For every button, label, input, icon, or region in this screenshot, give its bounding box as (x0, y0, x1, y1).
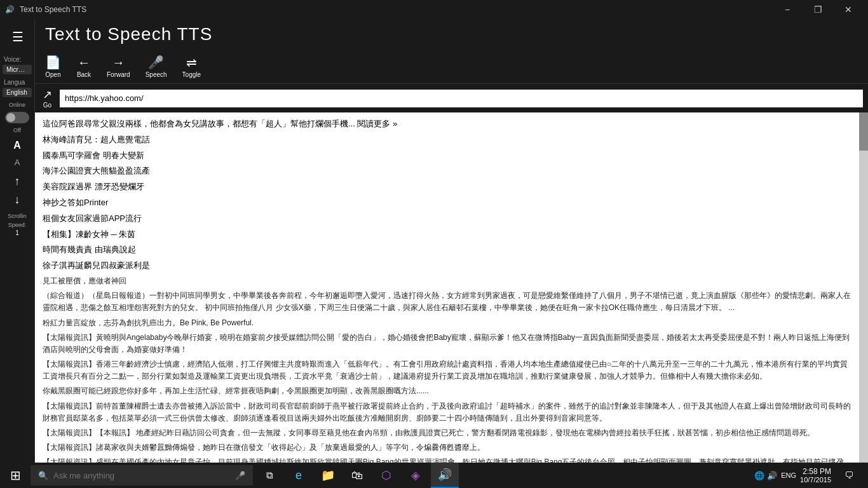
list-item: 你戴黑眼圈可能已經跟您你好多年，再加上生活忙碌、經常捱夜唔夠劇，令黑眼圈更加明顯… (43, 385, 851, 397)
list-item: 粉紅力量言綻放，志芬為創抗乳癌出力。Be Pink, Be Powerful. (43, 317, 851, 329)
list-item: 【太陽報資訊】前特首董陳權爵士遺去亦曾被捲入訴訟當中，財政司司長官邸前廚師于燕平… (43, 400, 851, 424)
open-icon: 📄 (45, 55, 61, 70)
forward-button[interactable]: → Forward (102, 53, 135, 81)
toggle-icon: ⇌ (186, 55, 197, 70)
hamburger-menu[interactable]: ☰ (0, 22, 35, 52)
go-button[interactable]: ↗ Go (40, 86, 55, 110)
list-item: 神抄之答如Printer (43, 196, 851, 210)
list-item: 【太陽報資訊】諸葛家收與夫婿鬱囂黝傳煽發，她昨日在微信發文「收得起心」及「放棄過… (43, 442, 851, 454)
maximize-button[interactable]: ❐ (803, 0, 832, 19)
list-item: 見工被壓價，應做者神回 (43, 275, 851, 287)
voice-value[interactable]: Microso (3, 65, 32, 74)
taskbar: ⊞ 🔍 🎤 ⧉ e 📁 🛍 ⬡ ◈ 🔊 🌐 🔊 ENG 2:58 PM 10/7… (0, 463, 868, 488)
list-item: （綜合報道）（星島日報報道）一對初中同班同學男女，中學畢業後各奔前程，今年初邂逅… (43, 290, 851, 314)
store-button[interactable]: 🛍 (343, 463, 371, 488)
back-button[interactable]: ← Back (71, 53, 97, 81)
taskbar-items: ⧉ e 📁 🛍 ⬡ ◈ 🔊 (253, 463, 461, 488)
app-icon: 🔊 (5, 5, 15, 14)
toggle-button[interactable]: ⇌ Toggle (177, 52, 206, 81)
list-item: 時間有幾責責 由瑞典說起 (43, 243, 851, 257)
speech-button[interactable]: 🎤 Speech (140, 52, 172, 81)
network-icon: 🌐 (754, 471, 764, 480)
speed-value: 1 (0, 229, 34, 236)
edge-button[interactable]: e (285, 463, 313, 488)
online-toggle[interactable] (0, 109, 34, 126)
list-item: 林海峰請育兒：超人應覺電話 (43, 133, 851, 147)
scrollbar-thumb[interactable] (859, 112, 868, 151)
microphone-icon: 🎤 (235, 471, 245, 480)
search-icon: 🔍 (38, 471, 48, 480)
sidebar: ☰ Voice: Microso Langua English Online O… (0, 19, 35, 463)
browser-content[interactable]: 這位阿爸跟尋常父親沒兩樣，他都會為女兒講故事，都想有「超人」幫他打爛個手機...… (35, 112, 859, 463)
address-input[interactable] (60, 90, 863, 107)
list-item: 國泰馬可孛羅會 明春大變新 (43, 149, 851, 163)
list-item: 美容院踩過界 漂牙恐變爛牙 (43, 180, 851, 194)
title-bar-text: Text to Speech TTS (20, 5, 86, 14)
list-item: 【太陽報資訊】香港三年齡經濟沙士慎慮，經濟陷人低潮，打工仔興懼主共度時艱而進入「… (43, 358, 851, 383)
search-input[interactable] (53, 471, 230, 480)
scroll-down-btn[interactable]: ↓ (0, 191, 34, 209)
taskbar-search[interactable]: 🔍 🎤 (31, 465, 253, 485)
language-label: Langua (0, 75, 34, 87)
app-title: Text to Speech TTS (45, 24, 858, 44)
list-item: 徐子淇再誕麟兒四叔豪派利是 (43, 259, 851, 273)
off-label: Off (0, 126, 34, 135)
minimize-button[interactable]: − (773, 0, 802, 19)
scrollbar-track[interactable] (859, 112, 868, 463)
language-value[interactable]: English (3, 88, 32, 97)
start-button[interactable]: ⊞ (0, 463, 31, 488)
font-increase-btn[interactable]: A (0, 137, 34, 154)
browser-wrapper: 這位阿爸跟尋常父親沒兩樣，他都會為女兒講故事，都想有「超人」幫他打爛個手機...… (35, 112, 868, 463)
list-item: 這位阿爸跟尋常父親沒兩樣，他都會為女兒講故事，都想有「超人」幫他打爛個手機...… (43, 118, 851, 131)
taskbar-clock: 2:58 PM 10/7/2015 (800, 467, 831, 484)
toolbar: 📄 Open ← Back → Forward 🎤 Speech ⇌ Toggl… (35, 50, 868, 84)
system-icons: 🌐 🔊 (754, 471, 777, 480)
volume-icon: 🔊 (767, 471, 777, 480)
voice-label: Voice: (0, 52, 34, 64)
vs2-button[interactable]: ◈ (402, 463, 430, 488)
back-icon: ← (78, 55, 90, 70)
list-item: 【太陽報資訊】【本報訊】 地產經紀昨日藉訪回公司貪倉，但一去無蹤，女同事尋至藉見… (43, 427, 851, 439)
list-item: 【相集】凍齡女神 ─ 朱茵 (43, 228, 851, 241)
taskbar-right: 🌐 🔊 ENG 2:58 PM 10/7/2015 🗨 (749, 463, 868, 488)
list-item: 海洋公園證實大熊貓盈盈流產 (43, 165, 851, 178)
tts-button[interactable]: 🔊 (431, 463, 459, 488)
notifications-button[interactable]: 🗨 (835, 463, 863, 488)
title-bar: 🔊 Text to Speech TTS − ❐ ✕ (0, 0, 868, 19)
clock-date: 10/7/2015 (800, 476, 831, 484)
clock-time: 2:58 PM (800, 467, 831, 476)
speed-label: Speed: (0, 220, 34, 229)
language-indicator: ENG (781, 471, 796, 479)
list-item: 【太陽報資訊】盛頸在美國係產的內地女星章子怡，目前現身美國糟城拉斯維加斯欣賞韓國… (43, 456, 851, 463)
app-header: Text to Speech TTS (35, 19, 868, 50)
file-explorer-button[interactable]: 📁 (314, 463, 342, 488)
list-item: 租個女友回家過節APP流行 (43, 212, 851, 226)
scrolling-label: Scrollin (0, 212, 34, 220)
go-icon: ↗ (43, 88, 52, 102)
font-decrease-btn[interactable]: A (0, 155, 34, 170)
speech-icon: 🎤 (148, 55, 164, 70)
list-item: 【太陽報資訊】黃曉明與Angelababy今晚舉行婚宴，曉明在婚宴前夕接受媒體訪… (43, 332, 851, 356)
online-label: Online (0, 100, 34, 109)
forward-icon: → (112, 55, 125, 70)
open-button[interactable]: 📄 Open (40, 52, 66, 81)
vs-button[interactable]: ⬡ (372, 463, 400, 488)
scroll-up-btn[interactable]: ↑ (0, 172, 34, 191)
task-view-button[interactable]: ⧉ (255, 463, 283, 488)
address-bar-row: ↗ Go (35, 84, 868, 112)
close-button[interactable]: ✕ (834, 0, 863, 19)
